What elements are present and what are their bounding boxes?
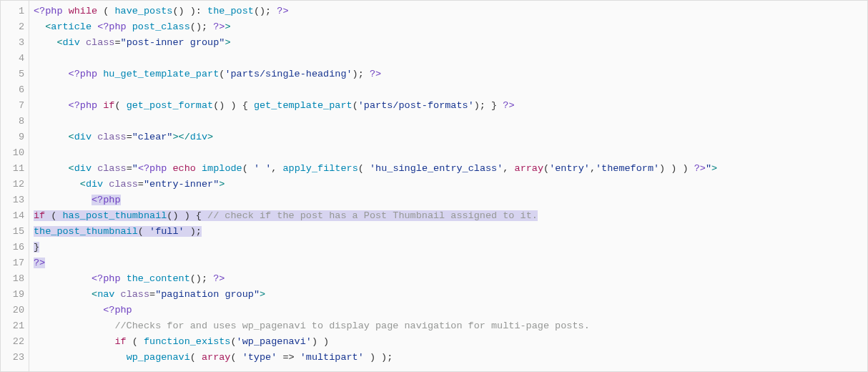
token: // check if the post has a Post Thumbnai… — [207, 210, 538, 221]
token: //Checks for and uses wp_pagenavi to dis… — [114, 320, 589, 331]
token: = — [127, 163, 132, 174]
token: > — [219, 179, 225, 190]
token: ?> — [213, 21, 225, 32]
token: < — [56, 37, 62, 48]
code-line: } — [34, 240, 867, 255]
line-number: 9 — [1, 129, 24, 145]
token: 'themeform' — [596, 163, 659, 174]
token: array — [515, 163, 544, 174]
token — [34, 132, 69, 142]
token: wp_pagenavi — [127, 352, 190, 363]
token: 'hu_single_entry_class' — [370, 163, 503, 174]
token: echo — [173, 163, 196, 174]
token: , — [590, 163, 596, 174]
code-line: <div class="entry-inner"> — [34, 177, 867, 192]
code-line: <?php if( get_post_format() ) { get_temp… — [34, 98, 867, 114]
token — [34, 273, 92, 284]
line-number: 3 — [1, 35, 24, 51]
token: < — [80, 179, 86, 190]
token: hu_get_template_part — [103, 69, 219, 79]
code-line: <?php while ( have_posts() ): the_post()… — [34, 4, 867, 19]
token: 'multipart' — [300, 352, 364, 363]
token: " — [706, 163, 711, 174]
token: 'parts/post-formats' — [358, 100, 474, 111]
token: ( — [358, 163, 370, 174]
token: = — [149, 289, 155, 300]
line-number: 18 — [1, 271, 24, 287]
code-line: <div class="<?php echo implode( ' ', app… — [34, 161, 867, 177]
token: ?> — [34, 258, 45, 268]
token: () ) { — [167, 210, 207, 221]
token — [34, 195, 92, 205]
token: < — [69, 163, 74, 174]
line-number: 1 — [1, 4, 24, 19]
token: ) ); — [364, 352, 393, 363]
line-number: 8 — [1, 114, 24, 129]
token: ( — [543, 163, 549, 174]
token: get_post_format — [127, 100, 214, 111]
token: ?> — [213, 273, 225, 284]
token: ?> — [370, 69, 381, 79]
token: > — [711, 163, 717, 174]
token: div — [63, 37, 80, 48]
line-number: 22 — [1, 334, 24, 350]
line-number: 7 — [1, 98, 24, 114]
code-line — [34, 114, 867, 129]
token: array — [202, 352, 231, 363]
token — [114, 289, 120, 300]
code-line: <?php — [34, 303, 867, 318]
token: = — [127, 132, 132, 142]
token — [34, 320, 114, 331]
token: => — [277, 352, 300, 363]
token: implode — [202, 163, 242, 174]
token: (); — [190, 21, 213, 32]
token: div — [74, 163, 92, 174]
line-number: 12 — [1, 177, 24, 192]
token: 'type' — [242, 352, 277, 363]
token: class — [86, 37, 115, 48]
line-number: 11 — [1, 161, 24, 177]
code-line: <div class="post-inner group"> — [34, 35, 867, 51]
token: ?> — [503, 100, 514, 111]
token: ?> — [694, 163, 706, 174]
token: <?php — [92, 195, 121, 205]
highlighted-selection: } — [34, 242, 39, 253]
token: ( — [242, 163, 254, 174]
token: class — [97, 132, 127, 142]
line-number: 4 — [1, 51, 24, 67]
token: <?php — [69, 100, 98, 111]
token: the_post — [207, 6, 254, 16]
token: <?php — [103, 305, 132, 315]
line-number: 20 — [1, 303, 24, 318]
token — [34, 179, 80, 190]
line-number: 16 — [1, 240, 24, 255]
token: < — [92, 289, 97, 300]
token: <?php — [34, 6, 63, 16]
token: ?> — [277, 6, 288, 16]
code-line: if ( has_post_thumbnail() ) { // check i… — [34, 208, 867, 224]
token: ( — [190, 352, 202, 363]
token: ( — [230, 336, 236, 347]
token — [92, 21, 97, 32]
token: ( — [114, 100, 126, 111]
code-line: ?> — [34, 255, 867, 271]
token: "pagination group" — [155, 289, 260, 300]
token: = — [114, 37, 120, 48]
token: > — [225, 21, 230, 32]
token: article — [51, 21, 92, 32]
token: <?php — [69, 69, 98, 79]
line-number-gutter: 1234567891011121314151617181920212223 — [1, 1, 29, 371]
token: 'full' — [149, 226, 184, 237]
highlighted-selection: <?php — [92, 195, 121, 205]
token: class — [109, 179, 138, 190]
token: apply_filters — [282, 163, 357, 174]
token — [121, 273, 127, 284]
token: , — [271, 163, 282, 174]
line-number: 2 — [1, 19, 24, 35]
token: ); — [184, 226, 202, 237]
token: ( — [127, 336, 144, 347]
code-line: <nav class="pagination group"> — [34, 287, 867, 303]
token: div — [86, 179, 103, 190]
code-area[interactable]: <?php while ( have_posts() ): the_post()… — [29, 1, 867, 371]
code-line: <div class="clear"></div> — [34, 129, 867, 145]
